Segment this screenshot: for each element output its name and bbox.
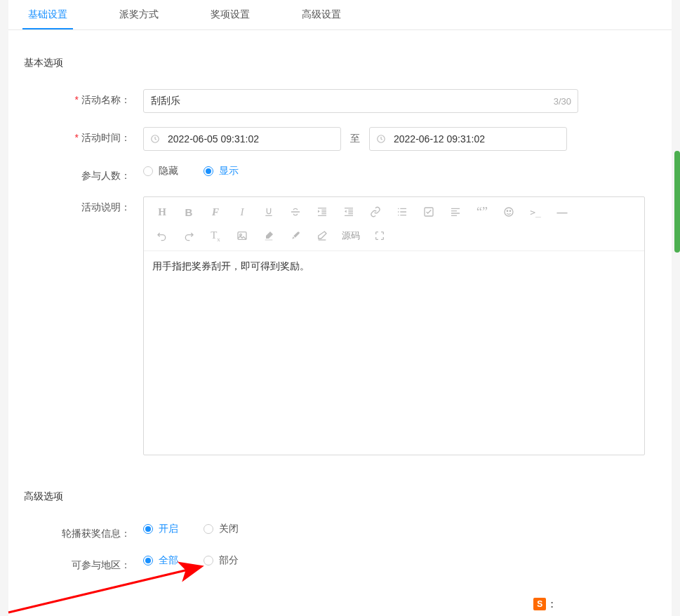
label-activity-name: *活动名称： [24,89,143,107]
row-broadcast: 轮播获奖信息： 开启 关闭 [24,523,656,540]
indent-icon[interactable] [309,201,335,222]
content-area: 基本选项 *活动名称： 3/30 *活动时间： 至 [8,30,672,600]
rich-editor: H B F I “” >_ [143,196,645,455]
row-participants: 参与人数： 隐藏 显示 [24,165,656,182]
editor-content[interactable]: 用手指把奖券刮开，即可得到奖励。 [144,251,644,455]
bold-icon[interactable]: B [176,201,201,222]
image-icon[interactable] [229,225,255,246]
row-activity-time: *活动时间： 至 [24,127,656,151]
outdent-icon[interactable] [336,201,361,222]
svg-point-5 [509,210,510,211]
align-icon[interactable] [443,201,468,222]
label-activity-time: *活动时间： [24,127,143,145]
radio-broadcast-off[interactable]: 关闭 [204,523,239,535]
tab-advanced-settings[interactable]: 高级设置 [296,0,347,29]
radio-participants-hide[interactable]: 隐藏 [143,165,178,178]
ime-icon: S [533,598,546,610]
emoji-icon[interactable] [496,201,521,222]
ime-indicator: S : [533,598,554,610]
tab-prize-settings[interactable]: 奖项设置 [205,0,255,29]
char-count: 3/30 [554,96,571,107]
brush-icon[interactable] [283,225,308,246]
section-title-basic: 基本选项 [24,44,656,89]
input-activity-name[interactable] [143,89,578,113]
scrollbar-thumb[interactable] [674,151,680,253]
svg-point-7 [240,234,242,236]
quote-icon[interactable]: “” [469,201,495,222]
row-region: 可参与地区： 全部 部分 [24,554,656,572]
page-container: 基础设置 派奖方式 奖项设置 高级设置 基本选项 *活动名称： 3/30 *活动… [8,0,672,616]
tab-basic-settings[interactable]: 基础设置 [22,0,73,29]
row-description: 活动说明： H B F I [24,196,656,455]
to-label: 至 [341,133,369,145]
list-icon[interactable] [389,201,415,222]
radio-participants-show[interactable]: 显示 [204,165,239,178]
minus-icon[interactable]: — [549,201,575,222]
radio-region-partial[interactable]: 部分 [204,554,239,567]
svg-point-3 [505,208,513,216]
clock-icon [376,134,386,144]
source-button[interactable]: 源码 [336,225,366,246]
label-broadcast: 轮播获奖信息： [24,523,143,540]
label-region: 可参与地区： [24,554,143,572]
highlight-icon[interactable] [256,225,281,246]
fullscreen-icon[interactable] [367,225,392,246]
tab-award-method[interactable]: 派奖方式 [114,0,164,29]
clear-format-icon[interactable]: Tx [203,225,228,246]
label-description: 活动说明： [24,196,143,214]
tabs-bar: 基础设置 派奖方式 奖项设置 高级设置 [8,0,672,30]
undo-icon[interactable] [149,225,175,246]
link-icon[interactable] [363,201,388,222]
radio-region-all[interactable]: 全部 [143,554,178,567]
clock-icon [150,134,160,144]
eraser-icon[interactable] [309,225,335,246]
row-activity-name: *活动名称： 3/30 [24,89,656,113]
editor-toolbar: H B F I “” >_ [144,197,644,251]
radio-broadcast-on[interactable]: 开启 [143,523,178,535]
underline-icon[interactable] [256,201,281,222]
svg-point-4 [507,210,507,211]
strikethrough-icon[interactable] [283,201,308,222]
italic-icon[interactable]: I [229,201,255,222]
label-participants: 参与人数： [24,165,143,182]
heading-icon[interactable]: H [149,201,175,222]
section-title-advanced: 高级选项 [24,469,656,523]
checkbox-icon[interactable] [416,201,441,222]
input-end-date[interactable] [369,127,567,151]
redo-icon[interactable] [176,225,201,246]
bold-italic-icon[interactable]: F [203,201,228,222]
code-icon[interactable]: >_ [523,201,548,222]
input-start-date[interactable] [143,127,341,151]
